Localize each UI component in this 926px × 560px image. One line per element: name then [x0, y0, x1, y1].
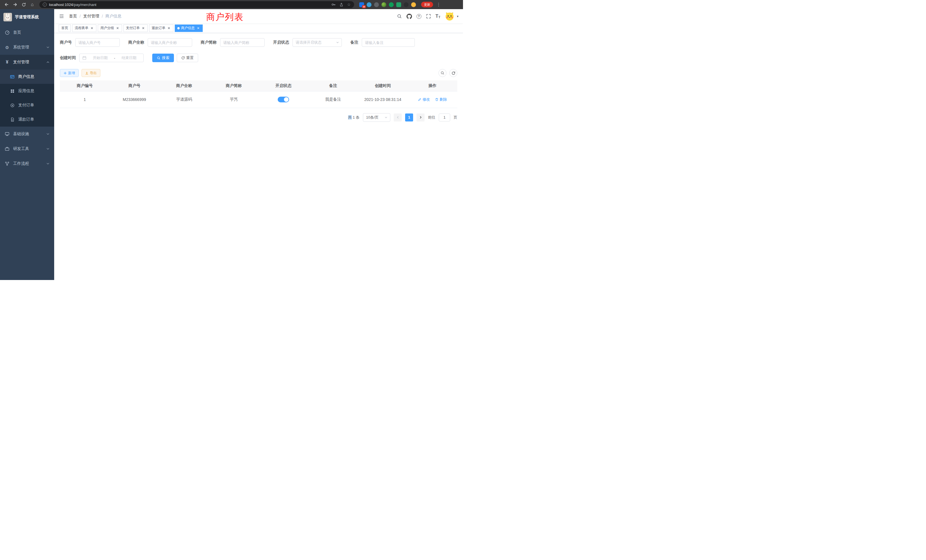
breadcrumb-home[interactable]: 首页	[69, 14, 77, 19]
extension-icon-4[interactable]	[381, 2, 386, 7]
tab-process-form[interactable]: 流程表单	[72, 24, 96, 32]
tab-close-icon[interactable]	[141, 26, 145, 30]
password-key-icon[interactable]	[331, 2, 336, 7]
short-name-input[interactable]	[220, 38, 265, 47]
tab-refund-order[interactable]: 退款订单	[149, 24, 173, 32]
caret-down-icon[interactable]: ▾	[457, 15, 458, 18]
extensions-area: 10	[359, 2, 416, 7]
sidebar-item-system[interactable]: ⚙ 系统管理	[0, 40, 54, 55]
app-title: 芋道管理系统	[15, 15, 39, 20]
date-range-input[interactable]: 开始日期 - 结束日期	[79, 54, 144, 62]
remark-input[interactable]	[362, 38, 415, 47]
user-avatar[interactable]	[445, 11, 454, 21]
date-separator: -	[114, 56, 115, 60]
tab-user-group[interactable]: 用户分组	[98, 24, 122, 32]
create-time-label: 创建时间	[60, 55, 76, 61]
browser-update-button[interactable]: 更新	[421, 2, 433, 8]
toggle-search-button[interactable]	[439, 69, 446, 77]
status-select[interactable]: 请选择开启状态	[292, 38, 342, 47]
github-icon[interactable]	[407, 14, 412, 19]
payment-submenu: 商户信息 应用信息 支付订单	[0, 70, 54, 127]
breadcrumb-payment[interactable]: 支付管理	[83, 14, 99, 19]
extension-icon-6[interactable]	[396, 2, 401, 7]
sidebar-item-merchant-info[interactable]: 商户信息	[0, 70, 54, 84]
full-name-label: 商户全称	[128, 40, 144, 45]
address-bar-actions: ☆	[331, 2, 351, 7]
screen: ⌂ i localhost:1024/pay/merchant ☆ 10	[0, 0, 463, 280]
cell-merchant-no: M233666999	[109, 91, 159, 108]
sidebar-item-workflow[interactable]: 工作流程	[0, 156, 54, 171]
sidebar-item-app-info[interactable]: 应用信息	[0, 84, 54, 98]
short-name-label: 商户简称	[201, 40, 217, 45]
tab-close-icon[interactable]	[90, 26, 94, 30]
cell-merchant-id: 1	[60, 91, 109, 108]
tab-label: 支付订单	[126, 26, 140, 30]
edit-link[interactable]: 修改	[418, 97, 430, 102]
browser-profile-avatar[interactable]	[411, 2, 416, 7]
export-button[interactable]: 导出	[82, 69, 100, 77]
sidebar-item-payment[interactable]: ¥ 支付管理	[0, 55, 54, 70]
goto-page-input[interactable]	[439, 114, 450, 121]
cell-remark: 我是备注	[308, 91, 358, 108]
sidebar-item-label: 商户信息	[18, 74, 34, 79]
sidebar-item-infrastructure[interactable]: 基础设施	[0, 127, 54, 141]
date-end-placeholder: 结束日期	[118, 55, 141, 61]
prev-page-button[interactable]	[394, 114, 402, 121]
tab-close-icon[interactable]	[196, 26, 200, 30]
breadcrumb-separator: /	[102, 14, 103, 18]
browser-home-button[interactable]: ⌂	[29, 1, 36, 8]
url-text: localhost:1024/pay/merchant	[49, 3, 96, 7]
extension-icon-5[interactable]	[389, 2, 394, 7]
address-bar[interactable]: i localhost:1024/pay/merchant ☆	[39, 1, 354, 8]
bookmark-star-icon[interactable]: ☆	[347, 3, 351, 6]
browser-menu-icon[interactable]: ⋮	[436, 2, 441, 7]
page-number-button[interactable]: 1	[405, 114, 413, 121]
extension-icon-7[interactable]	[404, 2, 409, 7]
sidebar-toggle-icon[interactable]	[59, 14, 64, 19]
browser-back-button[interactable]	[3, 1, 10, 8]
calendar-icon	[82, 56, 86, 60]
refresh-table-button[interactable]	[449, 69, 457, 77]
cell-actions: 修改 删除	[408, 91, 457, 108]
extension-icon-3[interactable]	[374, 2, 379, 7]
sidebar-item-pay-order[interactable]: 支付订单	[0, 98, 54, 112]
sidebar-item-home[interactable]: 首页	[0, 25, 54, 40]
tab-close-icon[interactable]	[115, 26, 120, 30]
browser-reload-button[interactable]	[20, 1, 27, 8]
search-icon[interactable]	[397, 14, 402, 19]
status-toggle[interactable]	[278, 97, 289, 102]
logo-image	[3, 13, 12, 21]
chevron-down-icon	[46, 132, 50, 136]
tab-close-icon[interactable]	[167, 26, 171, 30]
col-header-status: 开启状态	[259, 80, 308, 91]
fullscreen-icon[interactable]	[426, 14, 431, 19]
search-button[interactable]: 搜索	[152, 54, 174, 62]
font-size-icon[interactable]: TT	[436, 14, 440, 19]
delete-link[interactable]: 删除	[435, 97, 447, 102]
tab-home[interactable]: 首页	[59, 24, 71, 32]
annotation-text: 商户列表	[206, 11, 244, 23]
pagination: 共 1 条 10条/页 1 前往 页	[60, 108, 457, 127]
extension-icon-2[interactable]	[367, 2, 371, 7]
tab-pay-order[interactable]: 支付订单	[123, 24, 148, 32]
app-logo[interactable]: 芋道管理系统	[0, 9, 54, 25]
reset-button[interactable]: 重置	[177, 54, 198, 62]
col-header-remark: 备注	[308, 80, 358, 91]
sidebar-item-refund-order[interactable]: 退款订单	[0, 112, 54, 127]
sidebar-item-devtools[interactable]: 研发工具	[0, 141, 54, 156]
browser-chrome: ⌂ i localhost:1024/pay/merchant ☆ 10	[0, 0, 463, 9]
merchant-no-input[interactable]	[75, 38, 120, 47]
extension-icon-1[interactable]: 10	[359, 2, 364, 7]
page-size-select[interactable]: 10条/页	[363, 113, 390, 122]
add-button[interactable]: 新增	[60, 69, 79, 77]
share-icon[interactable]	[339, 3, 343, 7]
help-icon[interactable]: ?	[416, 14, 421, 19]
cell-status	[259, 91, 308, 108]
full-name-input[interactable]	[148, 38, 192, 47]
next-page-button[interactable]	[416, 114, 425, 121]
monitor-icon	[5, 132, 10, 136]
page-info-icon[interactable]: i	[43, 3, 47, 6]
tab-merchant-info[interactable]: 商户信息	[175, 24, 203, 32]
col-header-full-name: 商户全称	[159, 80, 209, 91]
browser-forward-button[interactable]	[11, 1, 19, 8]
